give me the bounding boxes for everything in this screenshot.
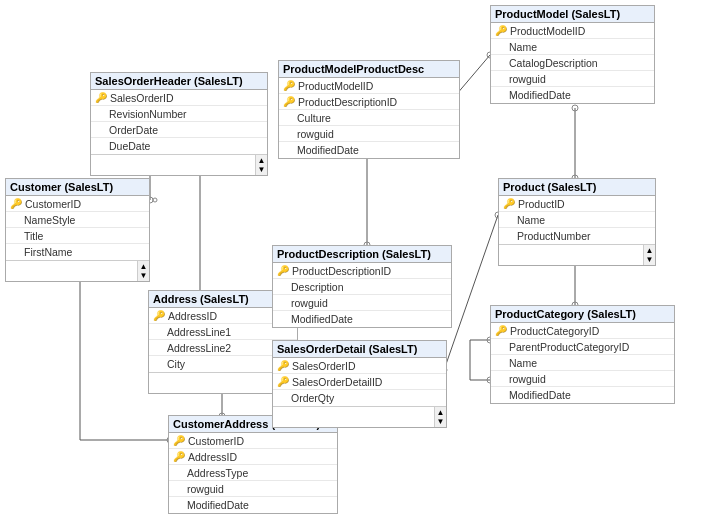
entity-row: RevisionNumber: [91, 106, 267, 122]
entity-row: rowguid: [169, 481, 337, 497]
entity-row: Title: [6, 228, 149, 244]
entity-row: OrderDate: [91, 122, 267, 138]
svg-point-22: [572, 105, 578, 111]
entity-customer-title: Customer (SalesLT): [6, 179, 149, 196]
entity-row: CatalogDescription: [491, 55, 654, 71]
pk-icon: 🔑: [495, 25, 507, 36]
pk-icon: 🔑: [503, 198, 515, 209]
entity-row: AddressType: [169, 465, 337, 481]
entity-row: ProductNumber: [499, 228, 655, 244]
pk-icon: 🔑: [95, 92, 107, 103]
entity-row: 🔑 SalesOrderID: [91, 90, 267, 106]
entity-row: ModifiedDate: [491, 387, 674, 403]
entity-product[interactable]: Product (SalesLT) 🔑 ProductID Name Produ…: [498, 178, 656, 266]
entity-row: ModifiedDate: [279, 142, 459, 158]
scroll-down-btn[interactable]: ▼: [258, 165, 266, 174]
scroll-up-btn[interactable]: ▲: [646, 246, 654, 255]
entity-row: Name: [499, 212, 655, 228]
scroll-down-btn[interactable]: ▼: [646, 255, 654, 264]
pk-icon: 🔑: [10, 198, 22, 209]
entity-row: rowguid: [491, 371, 674, 387]
entity-row: ParentProductCategoryID: [491, 339, 674, 355]
entity-row: Name: [491, 355, 674, 371]
entity-row: rowguid: [491, 71, 654, 87]
entity-customeraddress[interactable]: CustomerAddress (SalesLT) 🔑 CustomerID 🔑…: [168, 415, 338, 514]
fk-icon: 🔑: [277, 360, 289, 371]
entity-row: 🔑 SalesOrderDetailID: [273, 374, 446, 390]
scroll-up-btn[interactable]: ▲: [258, 156, 266, 165]
entity-row: Description: [273, 279, 451, 295]
entity-productcategory[interactable]: ProductCategory (SalesLT) 🔑 ProductCateg…: [490, 305, 675, 404]
scroll-up-btn[interactable]: ▲: [437, 408, 445, 417]
entity-row: DueDate: [91, 138, 267, 154]
er-diagram: ∞: [0, 0, 703, 532]
pk-icon: 🔑: [277, 265, 289, 276]
entity-row: rowguid: [273, 295, 451, 311]
entity-row: 🔑 ProductDescriptionID: [279, 94, 459, 110]
entity-productmodel[interactable]: ProductModel (SalesLT) 🔑 ProductModelID …: [490, 5, 655, 104]
fk-icon: 🔑: [277, 376, 289, 387]
entity-salesorderdetail-title: SalesOrderDetail (SalesLT): [273, 341, 446, 358]
entity-productmodelproductdesc-title: ProductModelProductDesc: [279, 61, 459, 78]
entity-row: 🔑 ProductCategoryID: [491, 323, 674, 339]
entity-row: Name: [491, 39, 654, 55]
entity-product-title: Product (SalesLT): [499, 179, 655, 196]
entity-productdescription-title: ProductDescription (SalesLT): [273, 246, 451, 263]
scroll-up-btn[interactable]: ▲: [140, 262, 148, 271]
entity-row: 🔑 ProductModelID: [491, 23, 654, 39]
fk-icon: 🔑: [283, 96, 295, 107]
svg-line-15: [456, 55, 490, 95]
entity-row: NameStyle: [6, 212, 149, 228]
entity-productmodelproductdesc[interactable]: ProductModelProductDesc 🔑 ProductModelID…: [278, 60, 460, 159]
entity-row: 🔑 ProductID: [499, 196, 655, 212]
entity-row: OrderQty: [273, 390, 446, 406]
entity-row: ModifiedDate: [273, 311, 451, 327]
entity-row: 🔑 SalesOrderID: [273, 358, 446, 374]
entity-productcategory-title: ProductCategory (SalesLT): [491, 306, 674, 323]
entity-row: Culture: [279, 110, 459, 126]
entity-salesorderdetail[interactable]: SalesOrderDetail (SalesLT) 🔑 SalesOrderI…: [272, 340, 447, 428]
entity-row: ModifiedDate: [169, 497, 337, 513]
scroll-down-btn[interactable]: ▼: [140, 271, 148, 280]
entity-row: ModifiedDate: [491, 87, 654, 103]
entity-customer[interactable]: Customer (SalesLT) 🔑 CustomerID NameStyl…: [5, 178, 150, 282]
entity-row: 🔑 ProductDescriptionID: [273, 263, 451, 279]
entity-productmodel-title: ProductModel (SalesLT): [491, 6, 654, 23]
entity-row: 🔑 ProductModelID: [279, 78, 459, 94]
fk-icon: 🔑: [173, 435, 185, 446]
svg-point-4: [153, 198, 157, 202]
scroll-down-btn[interactable]: ▼: [437, 417, 445, 426]
entity-salesorderheader-title: SalesOrderHeader (SalesLT): [91, 73, 267, 90]
fk-icon: 🔑: [173, 451, 185, 462]
entity-salesorderheader[interactable]: SalesOrderHeader (SalesLT) 🔑 SalesOrderI…: [90, 72, 268, 176]
entity-row: 🔑 AddressID: [169, 449, 337, 465]
pk-icon: 🔑: [495, 325, 507, 336]
entity-row: FirstName: [6, 244, 149, 260]
entity-productdescription[interactable]: ProductDescription (SalesLT) 🔑 ProductDe…: [272, 245, 452, 328]
pk-icon: 🔑: [153, 310, 165, 321]
fk-icon: 🔑: [283, 80, 295, 91]
entity-row: rowguid: [279, 126, 459, 142]
entity-row: 🔑 CustomerID: [6, 196, 149, 212]
entity-row: 🔑 CustomerID: [169, 433, 337, 449]
